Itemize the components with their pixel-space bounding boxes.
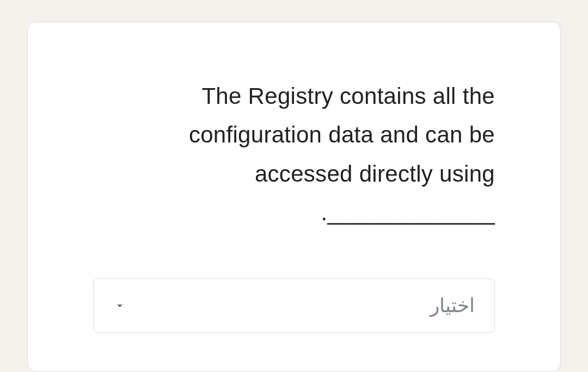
chevron-down-icon (113, 299, 126, 312)
question-card: The Registry contains all the configurat… (27, 22, 561, 372)
question-text: The Registry contains all the configurat… (93, 77, 495, 232)
answer-dropdown[interactable]: اختيار (93, 278, 495, 333)
dropdown-placeholder: اختيار (430, 294, 475, 317)
